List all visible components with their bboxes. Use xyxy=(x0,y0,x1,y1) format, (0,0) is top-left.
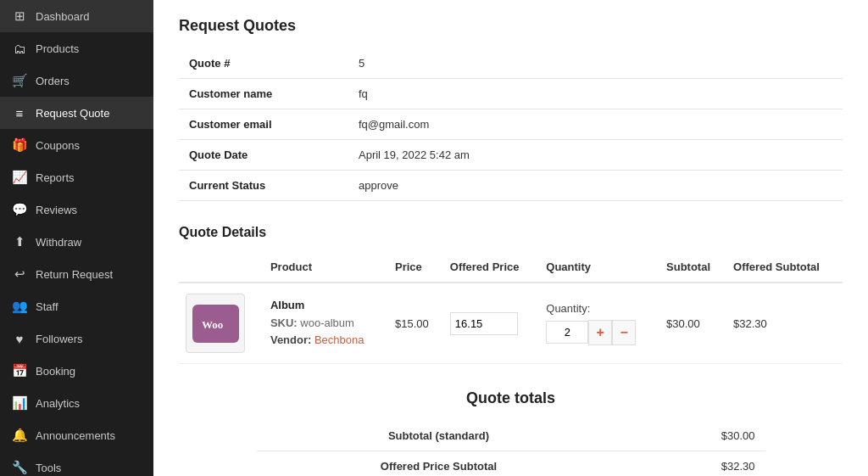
info-value: 5 xyxy=(348,48,843,79)
col-offered-subtotal: Offered Subtotal xyxy=(726,252,843,283)
page-title: Request Quotes xyxy=(179,17,843,35)
vendor-label: Vendor: xyxy=(270,333,311,346)
col-quantity: Quantity xyxy=(539,252,659,283)
totals-title: Quote totals xyxy=(257,389,765,407)
sidebar-item-label: Tools xyxy=(36,462,61,474)
sidebar-item-tools[interactable]: 🔧 Tools xyxy=(0,451,153,476)
sidebar-item-label: Coupons xyxy=(36,139,80,152)
product-thumbnail-cell: Woo xyxy=(179,283,264,364)
followers-icon: ♥ xyxy=(12,331,27,346)
offered-price-input[interactable] xyxy=(450,312,518,335)
col-offered-price: Offered Price xyxy=(443,252,539,283)
info-label: Current Status xyxy=(179,171,348,201)
svg-text:Woo: Woo xyxy=(202,318,223,331)
totals-label: Subtotal (standard) xyxy=(257,421,621,451)
sidebar-item-label: Products xyxy=(36,42,79,55)
table-row: Woo Album SKU: woo-album Vendor: xyxy=(179,283,843,364)
booking-icon: 📅 xyxy=(12,363,27,378)
subtotal-cell: $30.00 xyxy=(659,283,726,364)
sidebar-item-label: Withdraw xyxy=(36,236,81,249)
product-vendor: Vendor: Bechbona xyxy=(270,332,381,350)
sidebar-item-label: Reviews xyxy=(36,204,77,216)
offered-subtotal-cell: $32.30 xyxy=(726,283,843,364)
product-info-cell: Album SKU: woo-album Vendor: Bechbona xyxy=(264,283,388,364)
info-table: Quote # 5 Customer name fq Customer emai… xyxy=(179,48,843,201)
info-label: Customer name xyxy=(179,79,348,109)
sidebar-item-followers[interactable]: ♥ Followers xyxy=(0,322,153,355)
totals-row: Subtotal (standard) $30.00 xyxy=(257,421,765,451)
sidebar-item-coupons[interactable]: 🎁 Coupons xyxy=(0,129,153,161)
withdraw-icon: ⬆ xyxy=(12,234,27,249)
quantity-input[interactable] xyxy=(546,321,588,344)
totals-label: Offered Price Subtotal xyxy=(257,451,621,477)
sidebar-item-return-request[interactable]: ↩ Return Request xyxy=(0,258,153,290)
coupons-icon: 🎁 xyxy=(12,137,27,153)
sidebar-item-announcements[interactable]: 🔔 Announcements xyxy=(0,419,153,451)
return-request-icon: ↩ xyxy=(12,266,27,282)
col-price: Price xyxy=(388,252,443,283)
sidebar-item-label: Dashboard xyxy=(36,10,90,23)
sidebar-item-label: Orders xyxy=(36,75,70,87)
sku-label: SKU: xyxy=(270,316,298,329)
sidebar-item-label: Staff xyxy=(36,300,58,313)
announcements-icon: 🔔 xyxy=(12,428,27,443)
info-row: Quote # 5 xyxy=(179,48,843,79)
info-value: approve xyxy=(348,171,843,201)
info-label: Quote # xyxy=(179,48,348,79)
sidebar-item-analytics[interactable]: 📊 Analytics xyxy=(0,387,153,419)
orders-icon: 🛒 xyxy=(12,73,27,88)
quantity-label: Quantity: xyxy=(546,302,653,315)
quantity-control: + − xyxy=(546,320,653,345)
sidebar: ⊞ Dashboard 🗂 Products 🛒 Orders ≡ Reques… xyxy=(0,0,153,476)
product-sku: SKU: woo-album xyxy=(270,315,381,333)
sku-value: woo-album xyxy=(300,316,354,329)
sidebar-item-request-quote[interactable]: ≡ Request Quote xyxy=(0,97,153,129)
offered-price-cell xyxy=(443,283,539,364)
info-value: fq xyxy=(348,79,843,109)
totals-table: Subtotal (standard) $30.00 Offered Price… xyxy=(257,421,765,476)
sidebar-item-label: Analytics xyxy=(36,397,80,410)
sidebar-item-staff[interactable]: 👥 Staff xyxy=(0,290,153,322)
product-info: Album SKU: woo-album Vendor: Bechbona xyxy=(270,297,381,350)
sidebar-item-label: Request Quote xyxy=(36,107,109,120)
sidebar-item-label: Reports xyxy=(36,171,75,184)
dashboard-icon: ⊞ xyxy=(12,8,27,24)
info-label: Quote Date xyxy=(179,140,348,171)
sidebar-item-booking[interactable]: 📅 Booking xyxy=(0,355,153,387)
qty-decrease-button[interactable]: − xyxy=(612,320,636,345)
info-label: Customer email xyxy=(179,109,348,140)
sidebar-item-products[interactable]: 🗂 Products xyxy=(0,32,153,64)
col-subtotal: Subtotal xyxy=(659,252,726,283)
info-row: Quote Date April 19, 2022 5:42 am xyxy=(179,140,843,171)
request-quote-icon: ≡ xyxy=(12,105,27,120)
col-product-label: Product xyxy=(264,252,388,283)
totals-value: $32.30 xyxy=(620,451,765,477)
sidebar-item-reviews[interactable]: 💬 Reviews xyxy=(0,193,153,226)
totals-value: $30.00 xyxy=(620,421,765,451)
products-icon: 🗂 xyxy=(12,41,27,56)
quote-details-table: Product Price Offered Price Quantity Sub… xyxy=(179,252,843,364)
reports-icon: 📈 xyxy=(12,170,27,185)
sidebar-item-withdraw[interactable]: ⬆ Withdraw xyxy=(0,226,153,258)
quote-totals-section: Quote totals Subtotal (standard) $30.00 … xyxy=(257,389,765,476)
info-row: Customer email fq@gmail.com xyxy=(179,109,843,140)
vendor-name: Bechbona xyxy=(314,333,364,346)
info-row: Customer name fq xyxy=(179,79,843,109)
col-product xyxy=(179,252,264,283)
product-thumbnail: Woo xyxy=(186,294,245,353)
sidebar-item-label: Booking xyxy=(36,365,75,378)
analytics-icon: 📊 xyxy=(12,395,27,411)
totals-row: Offered Price Subtotal $32.30 xyxy=(257,451,765,477)
sidebar-item-dashboard[interactable]: ⊞ Dashboard xyxy=(0,0,153,32)
sidebar-item-orders[interactable]: 🛒 Orders xyxy=(0,64,153,97)
info-value: fq@gmail.com xyxy=(348,109,843,140)
staff-icon: 👥 xyxy=(12,299,27,314)
sidebar-item-label: Announcements xyxy=(36,429,115,442)
sidebar-item-label: Return Request xyxy=(36,268,113,281)
main-content: Request Quotes Quote # 5 Customer name f… xyxy=(153,0,868,476)
qty-increase-button[interactable]: + xyxy=(588,320,612,345)
sidebar-item-reports[interactable]: 📈 Reports xyxy=(0,161,153,193)
quantity-cell: Quantity: + − xyxy=(539,283,659,364)
sidebar-item-label: Followers xyxy=(36,333,83,345)
woo-logo: Woo xyxy=(192,305,239,343)
